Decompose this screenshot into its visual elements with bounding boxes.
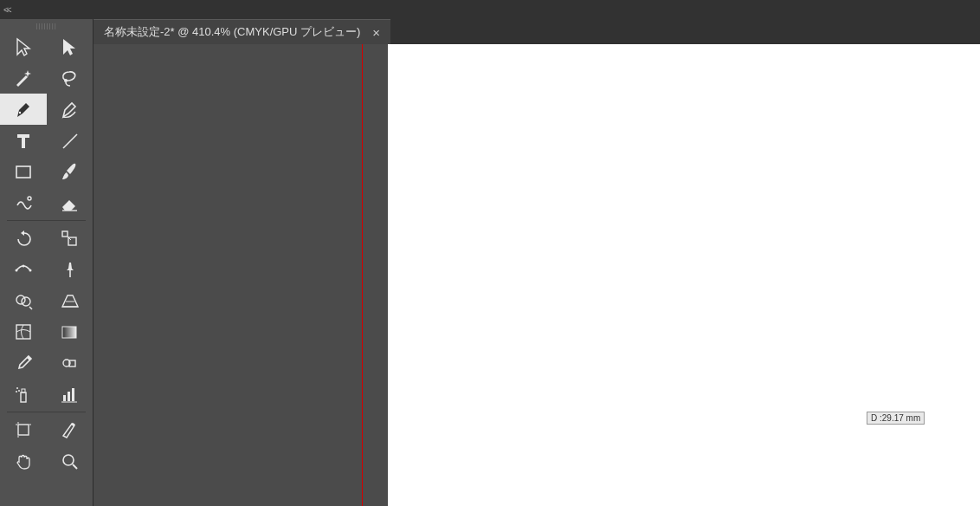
- svg-line-2: [63, 134, 77, 148]
- pin-icon: [60, 260, 79, 279]
- separator: [7, 220, 86, 221]
- svg-point-11: [22, 265, 24, 268]
- pen-icon: [14, 100, 33, 119]
- app: << 名称未設定-2* @ 410.4% (CMYK/GPU プレビュー) ×: [0, 0, 980, 506]
- line-segment-tool[interactable]: [47, 125, 93, 156]
- collapse-chevron-icon[interactable]: <<: [0, 5, 10, 15]
- arrow-outline-icon: [14, 37, 33, 56]
- svg-rect-27: [68, 392, 70, 401]
- type-icon: [14, 131, 33, 150]
- curvature-tool[interactable]: [47, 94, 93, 125]
- eraser-icon: [60, 193, 79, 212]
- separator: [7, 412, 86, 412]
- svg-point-25: [16, 391, 17, 392]
- gradient-icon: [60, 322, 79, 341]
- blend-icon: [60, 354, 79, 373]
- svg-rect-18: [62, 327, 76, 338]
- spray-icon: [14, 385, 33, 404]
- perspective-icon: [60, 291, 79, 310]
- svg-point-35: [63, 455, 74, 465]
- pen-tool[interactable]: [0, 94, 47, 125]
- svg-point-13: [16, 295, 25, 304]
- magic-wand-tool[interactable]: [0, 62, 47, 94]
- curvepen-icon: [60, 100, 79, 119]
- shape-builder-tool[interactable]: [0, 285, 47, 316]
- tools-panel: [0, 19, 93, 506]
- svg-point-10: [29, 269, 31, 272]
- free-transform-tool[interactable]: [47, 254, 93, 285]
- eyedropper-icon: [14, 354, 33, 373]
- svg-point-1: [19, 112, 21, 114]
- direct-selection-tool[interactable]: [47, 31, 93, 62]
- mesh-icon: [14, 322, 33, 341]
- lasso-icon: [60, 68, 79, 88]
- svg-rect-17: [16, 325, 30, 339]
- slice-icon: [60, 420, 79, 439]
- shapebuilder-icon: [14, 291, 33, 310]
- svg-point-4: [28, 197, 31, 200]
- artboard: [388, 44, 980, 506]
- document-tab-bar: 名称未設定-2* @ 410.4% (CMYK/GPU プレビュー) ×: [93, 19, 980, 44]
- zoom-tool[interactable]: [47, 445, 93, 477]
- svg-rect-30: [18, 425, 29, 435]
- document-tab[interactable]: 名称未設定-2* @ 410.4% (CMYK/GPU プレビュー) ×: [93, 19, 390, 44]
- hand-icon: [14, 451, 33, 470]
- blend-tool[interactable]: [47, 347, 93, 379]
- scale-icon: [60, 229, 79, 248]
- tool-grid: [0, 31, 93, 477]
- drawing-overlay: [93, 44, 353, 174]
- svg-rect-3: [16, 166, 30, 178]
- brush-icon: [60, 162, 79, 181]
- mesh-tool[interactable]: [0, 316, 47, 347]
- svg-point-24: [18, 390, 20, 392]
- artboard-tool[interactable]: [0, 414, 47, 445]
- svg-rect-26: [63, 395, 66, 401]
- width-icon: [14, 260, 33, 279]
- panel-collapse-bar: <<: [0, 0, 980, 19]
- rect-icon: [14, 162, 33, 181]
- close-icon[interactable]: ×: [372, 25, 380, 40]
- svg-point-23: [16, 387, 18, 389]
- document-tab-label: 名称未設定-2* @ 410.4% (CMYK/GPU プレビュー): [104, 24, 360, 40]
- measurement-tooltip: D :29.17 mm: [867, 412, 925, 425]
- eyedropper-tool[interactable]: [0, 347, 47, 379]
- symbol-sprayer-tool[interactable]: [0, 379, 47, 410]
- arrow-solid-icon: [60, 37, 79, 56]
- main: 名称未設定-2* @ 410.4% (CMYK/GPU プレビュー) × D :…: [0, 19, 980, 506]
- scale-tool[interactable]: [47, 223, 93, 254]
- line-icon: [60, 131, 79, 150]
- svg-rect-7: [62, 231, 68, 237]
- canvas[interactable]: D :29.17 mm: [93, 44, 980, 506]
- lasso-tool[interactable]: [47, 62, 93, 94]
- eraser-tool[interactable]: [47, 187, 93, 218]
- hand-tool[interactable]: [0, 445, 47, 477]
- guide-vertical: [362, 44, 363, 506]
- gradient-tool[interactable]: [47, 316, 93, 347]
- wand-icon: [14, 68, 33, 88]
- svg-point-14: [22, 297, 30, 306]
- artboard-icon: [14, 420, 33, 439]
- selection-tool[interactable]: [0, 31, 47, 62]
- svg-point-9: [15, 269, 17, 272]
- svg-rect-28: [72, 388, 74, 401]
- column-graph-tool[interactable]: [47, 379, 93, 410]
- svg-rect-21: [21, 392, 26, 402]
- width-tool[interactable]: [0, 254, 47, 285]
- svg-point-0: [64, 79, 68, 82]
- slice-tool[interactable]: [47, 414, 93, 445]
- rectangle-tool[interactable]: [0, 156, 47, 187]
- svg-line-36: [73, 464, 77, 469]
- zoom-icon: [60, 451, 79, 470]
- rotate-icon: [14, 229, 33, 248]
- workarea: 名称未設定-2* @ 410.4% (CMYK/GPU プレビュー) × D :…: [93, 19, 980, 506]
- perspective-grid-tool[interactable]: [47, 285, 93, 316]
- graph-icon: [60, 385, 79, 404]
- shaper-icon: [14, 193, 33, 212]
- panel-grip[interactable]: [0, 19, 93, 31]
- type-tool[interactable]: [0, 125, 47, 156]
- rotate-tool[interactable]: [0, 223, 47, 254]
- paintbrush-tool[interactable]: [47, 156, 93, 187]
- tooltip-text: D :29.17 mm: [871, 413, 920, 423]
- shaper-tool[interactable]: [0, 187, 47, 218]
